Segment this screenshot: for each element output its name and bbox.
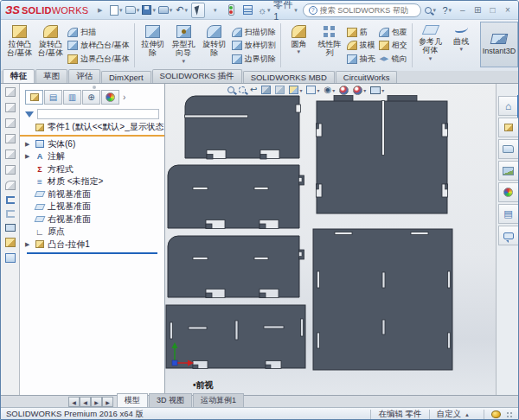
tab-features[interactable]: 特征 (3, 69, 35, 83)
options-button[interactable]: ☼▾ (257, 3, 271, 18)
boundary-boss-button[interactable]: 边界凸台/基体 (67, 53, 130, 65)
tab-motion-study[interactable]: 运动算例1 (193, 393, 244, 407)
view-settings-button[interactable]: ▾ (370, 86, 384, 94)
hide-show-items-button[interactable]: ◉▾ (324, 86, 335, 94)
tab-dimxpert[interactable]: DimXpert (101, 71, 151, 83)
open-file-button[interactable]: ▾ (125, 3, 139, 18)
rebuild-button[interactable] (224, 3, 238, 18)
print-button[interactable]: ▾ (158, 3, 172, 18)
swept-boss-button[interactable]: 扫描 (67, 26, 130, 38)
tab-configurationmanager[interactable]: ▥ (63, 90, 81, 105)
tree-item-material[interactable]: ≡ 材质 <未指定> (20, 175, 164, 188)
tree-item-top-plane[interactable]: 上视基准面 (20, 200, 164, 213)
tree-item-front-plane[interactable]: 前视基准面 (20, 188, 164, 201)
view-cube-icon[interactable] (5, 118, 16, 128)
design-library-tab[interactable] (498, 118, 519, 137)
model-panel-mid-left[interactable] (168, 165, 304, 229)
tab-addins[interactable]: SOLIDWORKS 插件 (152, 69, 242, 83)
model-panel-bottom-left[interactable] (166, 305, 305, 369)
maximize-button[interactable]: □ (486, 5, 498, 15)
zoom-to-fit-button[interactable] (227, 86, 234, 93)
section-view-button[interactable] (261, 86, 271, 94)
model-panel-bottom-right[interactable] (313, 229, 452, 370)
tree-root[interactable]: 零件1 (默认<<默认>_显示状态 1>) (20, 121, 164, 134)
select-dropdown[interactable]: ▾ (208, 3, 221, 18)
tab-circuitworks[interactable]: CircuitWorks (336, 71, 398, 83)
select-button[interactable] (191, 3, 205, 18)
view-cube-icon[interactable] (5, 103, 16, 112)
sketch-contour-icon[interactable] (6, 210, 15, 218)
help-search-box[interactable]: ? (303, 3, 421, 17)
view-cube-icon[interactable] (5, 87, 16, 97)
restore-panes-button[interactable]: ⊞ (471, 5, 484, 15)
close-button[interactable]: × (502, 5, 514, 15)
help-button[interactable]: ?▾ (440, 3, 454, 18)
view-cube-icon[interactable] (5, 181, 16, 190)
tab-evaluate[interactable]: 评估 (68, 69, 100, 83)
view-palette-tab[interactable] (498, 161, 519, 181)
next-tab-button[interactable]: ▶ (91, 397, 102, 407)
linear-pattern-button[interactable]: 线性阵 列 (314, 22, 345, 69)
customize-caret-icon[interactable]: ▲ (465, 412, 470, 417)
view-cube-icon[interactable] (5, 150, 16, 159)
customize-button[interactable]: 自定义 (437, 409, 462, 420)
revolved-boss-button[interactable]: 旋转凸 台/基体 (35, 22, 67, 69)
view-orientation-button[interactable]: ▾ (289, 86, 302, 94)
instant3d-button[interactable]: Instant3D (480, 22, 518, 67)
coin-icon[interactable] (491, 410, 501, 418)
previous-view-button[interactable]: ↩ (250, 86, 257, 94)
apply-scene-button[interactable]: ▾ (353, 86, 366, 95)
extruded-boss-button[interactable]: 拉伸凸 台/基体 (4, 22, 35, 69)
display-style-button[interactable]: ▾ (306, 86, 319, 94)
minimize-button[interactable]: – (457, 5, 469, 15)
zoom-to-area-button[interactable] (239, 86, 246, 93)
tab-featuremanager[interactable] (25, 90, 43, 105)
part-document-icon[interactable] (5, 253, 16, 263)
tree-item-origin[interactable]: ∟ 原点 (20, 226, 164, 239)
view-cube-icon[interactable] (5, 165, 16, 175)
shell-button[interactable]: 抽壳 (347, 53, 375, 65)
prev-tab-button[interactable]: ◀ (80, 397, 91, 407)
save-button[interactable]: ▾ (142, 3, 156, 18)
graphics-viewport[interactable]: ↩ ▾ ▾ ◉▾ ▾ ▾ •前视 (165, 84, 496, 395)
appearances-tab[interactable] (498, 182, 519, 202)
swept-cut-button[interactable]: 扫描切除 (232, 26, 276, 38)
file-properties-button[interactable] (240, 3, 254, 18)
sketch-visibility-button[interactable] (275, 86, 285, 94)
rib-button[interactable]: 筋 (347, 26, 375, 38)
search-button[interactable]: ▾ (424, 3, 438, 18)
lofted-cut-button[interactable]: 放样切割 (232, 40, 276, 52)
forum-tab[interactable] (498, 226, 519, 245)
menu-flyout-button[interactable]: ▶ (93, 3, 106, 18)
model-panel-top-left[interactable] (185, 96, 301, 159)
tree-item-right-plane[interactable]: 右视基准面 (20, 213, 164, 226)
tabs-overflow-chevron[interactable]: › (123, 92, 125, 102)
first-tab-button[interactable]: ◀ (68, 397, 80, 407)
intersect-button[interactable]: 相交 (379, 40, 407, 52)
new-file-button[interactable]: ▾ (109, 3, 123, 18)
tree-item-annotations[interactable]: ▶ A 注解 (20, 150, 164, 163)
tab-displaymanager[interactable] (101, 90, 119, 105)
model-canvas[interactable] (165, 84, 496, 395)
splitter-handle[interactable] (93, 86, 96, 89)
undo-button[interactable]: ↶▾ (175, 3, 189, 18)
hole-wizard-button[interactable]: 异型孔 向导 ▾ (168, 22, 199, 69)
tree-item-solid-bodies[interactable]: ▶ 实体(6) (20, 138, 164, 151)
part-icon[interactable] (5, 238, 16, 247)
mirror-button[interactable]: ◀▶镜向 (379, 53, 407, 65)
sketch-contour-icon[interactable] (6, 196, 15, 204)
wrap-button[interactable]: 包覆 (379, 26, 407, 38)
screen-icon[interactable] (5, 224, 16, 232)
tab-3d-views[interactable]: 3D 视图 (149, 393, 192, 407)
curves-button[interactable]: 曲线 ▾ (445, 22, 477, 69)
tree-item-equations[interactable]: Σ 方程式 (20, 163, 164, 176)
reference-geometry-button[interactable]: 参考几 何体 ▾ (415, 22, 446, 69)
custom-properties-tab[interactable]: ▤ (498, 204, 519, 224)
rollback-bar[interactable] (27, 252, 157, 254)
tab-mbd[interactable]: SOLIDWORKS MBD (243, 71, 335, 83)
tab-model[interactable]: 模型 (117, 393, 148, 407)
model-panel-top-right[interactable] (317, 96, 448, 214)
edit-appearance-button[interactable] (339, 86, 349, 95)
boundary-cut-button[interactable]: 边界切除 (232, 53, 276, 65)
extruded-cut-button[interactable]: 拉伸切 除 (138, 22, 169, 69)
